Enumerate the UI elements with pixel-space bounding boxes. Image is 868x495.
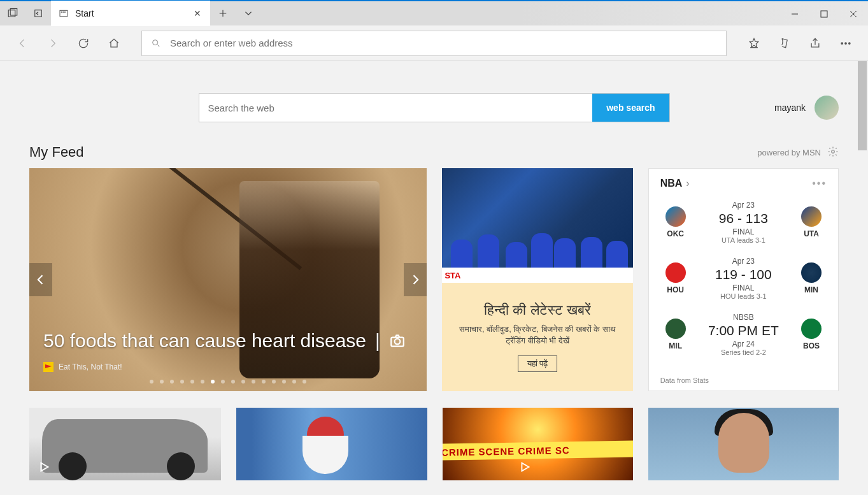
game-status: FINAL bbox=[691, 227, 796, 236]
hero-sep: | bbox=[375, 330, 380, 352]
hero-next-button[interactable] bbox=[404, 263, 427, 296]
web-search-box: web search bbox=[199, 93, 670, 122]
hero-card[interactable]: 50 foods that can cause heart disease | … bbox=[29, 168, 427, 391]
game-score: 96 - 113 bbox=[691, 211, 796, 226]
team-code: MIN bbox=[804, 285, 818, 294]
browser-toolbar bbox=[0, 25, 868, 61]
svg-rect-0 bbox=[8, 10, 15, 17]
hero-dot[interactable] bbox=[160, 380, 164, 384]
user-name: mayank bbox=[774, 103, 806, 113]
nba-more-icon[interactable]: ••• bbox=[812, 178, 827, 189]
set-aside-icon[interactable] bbox=[25, 1, 51, 26]
hero-dot[interactable] bbox=[262, 380, 266, 384]
web-search-input[interactable] bbox=[199, 94, 593, 122]
nba-game-row[interactable]: MIL NBSB 7:00 PM ET Apr 24 Series tied 2… bbox=[660, 306, 827, 362]
svg-point-6 bbox=[64, 11, 65, 12]
avatar[interactable] bbox=[815, 96, 839, 120]
hero-dot[interactable] bbox=[221, 380, 225, 384]
game-score: 7:00 PM ET bbox=[691, 323, 796, 338]
tab-actions-icon[interactable] bbox=[236, 1, 261, 26]
gear-icon[interactable] bbox=[827, 146, 839, 159]
team-code: OKC bbox=[667, 229, 684, 238]
thumb-card-guru[interactable] bbox=[236, 408, 427, 480]
hero-dot[interactable] bbox=[211, 380, 215, 384]
home-button[interactable] bbox=[101, 30, 127, 57]
feed-title: My Feed bbox=[29, 144, 84, 161]
hero-dot[interactable] bbox=[231, 380, 235, 384]
tab-close-button[interactable]: ✕ bbox=[192, 8, 203, 18]
tab-favicon-icon bbox=[59, 8, 69, 18]
hero-dot[interactable] bbox=[282, 380, 286, 384]
hindi-news-card[interactable]: STA हिन्दी की लेटेस्ट खबरें समाचार, बॉली… bbox=[442, 168, 632, 391]
game-status: Apr 24 bbox=[691, 340, 796, 348]
nba-title[interactable]: NBA bbox=[660, 178, 683, 189]
nba-widget: NBA › ••• OKC Apr 23 96 - 113 FINAL UTA … bbox=[648, 168, 839, 391]
hero-dot[interactable] bbox=[272, 380, 276, 384]
feed-powered-label: powered by MSN bbox=[757, 148, 821, 157]
play-icon bbox=[518, 460, 532, 477]
hero-title: 50 foods that can cause heart disease bbox=[43, 330, 366, 352]
nba-footer: Data from Stats bbox=[660, 377, 827, 384]
window-close-button[interactable] bbox=[839, 1, 868, 27]
hero-dot[interactable] bbox=[302, 380, 306, 384]
team-code: BOS bbox=[803, 341, 820, 350]
hero-dot[interactable] bbox=[170, 380, 174, 384]
game-lead: Series tied 2-2 bbox=[691, 348, 796, 356]
user-area[interactable]: mayank bbox=[774, 96, 839, 120]
forward-button[interactable] bbox=[39, 30, 66, 57]
game-score: 119 - 100 bbox=[691, 267, 796, 282]
hindi-card-cta[interactable]: यहां पढ़ें bbox=[518, 355, 558, 372]
hero-dot[interactable] bbox=[252, 380, 255, 384]
svg-point-14 bbox=[394, 339, 400, 345]
thumb-card-crime[interactable]: CRIME SCENE CRIME SC bbox=[443, 408, 633, 480]
hero-dot[interactable] bbox=[241, 380, 245, 384]
game-date: Apr 23 bbox=[691, 257, 796, 266]
refresh-button[interactable] bbox=[70, 30, 97, 57]
favorites-button[interactable] bbox=[741, 30, 767, 57]
hero-dot[interactable] bbox=[150, 380, 153, 384]
search-icon bbox=[151, 38, 161, 48]
game-lead: UTA leads 3-1 bbox=[691, 236, 796, 244]
hero-dot[interactable] bbox=[190, 380, 194, 384]
svg-point-12 bbox=[832, 150, 835, 153]
svg-rect-1 bbox=[10, 9, 17, 16]
hero-dot[interactable] bbox=[292, 380, 296, 384]
hindi-card-image: STA bbox=[442, 168, 632, 283]
svg-point-9 bbox=[841, 42, 843, 44]
game-date: Apr 23 bbox=[691, 201, 796, 210]
hero-dot[interactable] bbox=[201, 380, 204, 384]
address-input[interactable] bbox=[170, 38, 717, 48]
hero-pagination-dots[interactable] bbox=[43, 380, 413, 384]
tabs-aside-icon[interactable] bbox=[0, 1, 25, 26]
page-content: web search mayank My Feed powered by MSN… bbox=[0, 61, 868, 495]
new-tab-button[interactable] bbox=[210, 1, 236, 26]
window-maximize-button[interactable] bbox=[809, 1, 839, 27]
thumb-card-cricketer[interactable] bbox=[648, 408, 839, 480]
back-button[interactable] bbox=[9, 30, 36, 57]
team-logo-icon bbox=[801, 319, 822, 339]
game-lead: HOU leads 3-1 bbox=[691, 292, 796, 300]
team-code: HOU bbox=[667, 285, 684, 294]
address-bar[interactable] bbox=[141, 31, 727, 56]
hero-source: Eat This, Not That! bbox=[59, 362, 122, 371]
web-search-button[interactable]: web search bbox=[592, 94, 669, 122]
reading-list-button[interactable] bbox=[771, 30, 798, 57]
team-logo-icon bbox=[665, 206, 686, 227]
team-logo-icon bbox=[801, 262, 822, 283]
svg-point-10 bbox=[845, 42, 847, 44]
svg-rect-3 bbox=[60, 10, 68, 16]
nba-game-row[interactable]: HOU Apr 23 119 - 100 FINAL HOU leads 3-1… bbox=[660, 250, 827, 306]
hero-prev-button[interactable] bbox=[29, 263, 52, 296]
window-minimize-button[interactable] bbox=[780, 1, 809, 27]
share-button[interactable] bbox=[802, 30, 829, 57]
more-button[interactable] bbox=[832, 30, 859, 57]
play-icon bbox=[37, 460, 51, 477]
chevron-right-icon[interactable]: › bbox=[686, 178, 689, 189]
svg-point-8 bbox=[153, 39, 158, 45]
thumb-card-car[interactable] bbox=[29, 408, 221, 480]
team-logo-icon bbox=[801, 206, 822, 227]
browser-tab[interactable]: Start ✕ bbox=[51, 1, 210, 26]
svg-rect-7 bbox=[821, 11, 827, 17]
hero-dot[interactable] bbox=[180, 380, 184, 384]
nba-game-row[interactable]: OKC Apr 23 96 - 113 FINAL UTA leads 3-1 … bbox=[660, 194, 827, 250]
